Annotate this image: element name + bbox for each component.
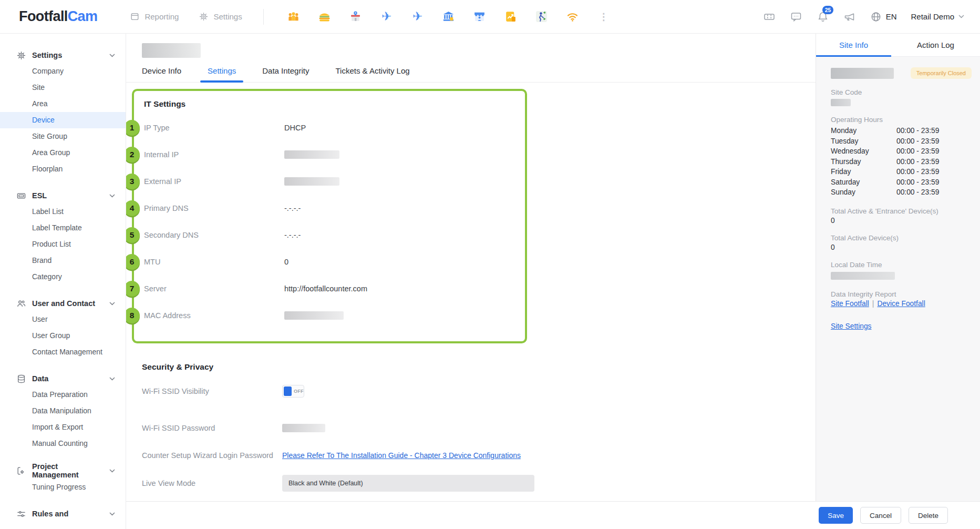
footfall-flow-icon[interactable] <box>535 10 549 24</box>
sidebar-item-label-list[interactable]: Label List <box>0 204 126 220</box>
hours-row: Wednesday00:00 - 23:59 <box>831 146 972 157</box>
sidebar-header-data[interactable]: Data <box>0 371 126 386</box>
step-marker-6: 6 <box>126 254 140 270</box>
chat-icon[interactable] <box>790 11 802 23</box>
airport-icon[interactable]: ✈ <box>380 10 394 24</box>
sidebar-item-manual-counting[interactable]: Manual Counting <box>0 435 126 452</box>
tab-settings[interactable]: Settings <box>208 66 236 82</box>
tab-site-info[interactable]: Site Info <box>816 34 891 56</box>
sidebar-header-user-contact[interactable]: User and Contact <box>0 296 126 311</box>
form-row-mtu: 6 MTU 0 <box>134 248 525 275</box>
form-row-external-ip: 3 External IP <box>134 168 525 195</box>
tab-data-integrity[interactable]: Data Integrity <box>262 66 309 82</box>
account-menu[interactable]: Retail Demo <box>911 12 964 21</box>
field-label: Counter Setup Wizard Login Password <box>142 451 282 460</box>
nav-reporting[interactable]: Reporting <box>130 12 179 22</box>
footfallcam-logo[interactable]: FootfallCam <box>19 8 97 25</box>
day-label: Monday <box>831 127 896 135</box>
announcement-megaphone-icon[interactable] <box>843 11 856 23</box>
delete-button[interactable]: Delete <box>909 507 948 524</box>
reporting-icon <box>130 12 140 22</box>
save-button[interactable]: Save <box>819 507 853 524</box>
sidebar-item-product-list[interactable]: Product List <box>0 236 126 252</box>
installation-guide-link[interactable]: Please Refer To The Installation Guide -… <box>282 451 521 460</box>
sidebar-item-company[interactable]: Company <box>0 63 126 79</box>
sidebar-item-category[interactable]: Category <box>0 269 126 285</box>
account-name: Retail Demo <box>911 12 954 21</box>
sidebar-item-area-group[interactable]: Area Group <box>0 145 126 161</box>
store-location-icon[interactable] <box>349 10 363 24</box>
field-value: 0 <box>284 258 288 266</box>
sidebar-item-user[interactable]: User <box>0 311 126 328</box>
form-row-secondary-dns: 5 Secondary DNS -.-.-.- <box>134 221 525 248</box>
sidebar-item-tuning-progress[interactable]: Tuning Progress <box>0 479 126 495</box>
sidebar-item-import-export[interactable]: Import & Export <box>0 419 126 435</box>
header-right-cluster: 25 EN Retail Demo <box>763 11 964 23</box>
device-footfall-link[interactable]: Device Footfall <box>877 300 925 308</box>
sidebar-item-label-template[interactable]: Label Template <box>0 220 126 236</box>
cancel-button[interactable]: Cancel <box>860 507 901 524</box>
field-value: -.-.-.- <box>284 204 301 212</box>
tab-action-log[interactable]: Action Log <box>891 34 980 56</box>
time-range: 00:00 - 23:59 <box>896 178 939 186</box>
report-chart-icon[interactable] <box>504 10 518 24</box>
site-name-redacted <box>831 68 894 79</box>
status-badge: Temporarily Closed <box>911 67 972 79</box>
hours-row: Monday00:00 - 23:59 <box>831 126 972 136</box>
tab-device-info[interactable]: Device Info <box>142 66 181 82</box>
airport-icon-2[interactable]: ✈ <box>411 10 425 24</box>
sidebar-section-label: Settings <box>32 51 104 59</box>
day-label: Wednesday <box>831 147 896 155</box>
sidebar-item-contact-management[interactable]: Contact Management <box>0 344 126 360</box>
chevron-down-icon <box>109 302 115 306</box>
more-options-icon[interactable]: ⋮ <box>597 10 611 24</box>
nav-settings[interactable]: Settings <box>199 12 242 22</box>
field-value: DHCP <box>284 124 306 132</box>
logo-text-footfall: Footfall <box>19 8 68 24</box>
sidebar-header-esl[interactable]: ESL <box>0 188 126 204</box>
ticket-icon[interactable] <box>763 11 776 23</box>
sidebar-item-data-preparation[interactable]: Data Preparation <box>0 386 126 403</box>
sidebar-item-data-manipulation[interactable]: Data Manipulation <box>0 403 126 419</box>
sidebar-header-settings[interactable]: Settings <box>0 47 126 63</box>
sidebar-item-device[interactable]: Device <box>0 112 126 128</box>
bank-icon[interactable] <box>442 10 456 24</box>
redacted-value <box>284 150 339 159</box>
language-selector[interactable]: EN <box>870 11 897 23</box>
day-label: Sunday <box>831 188 896 196</box>
field-label: Primary DNS <box>144 204 284 212</box>
day-label: Thursday <box>831 158 896 166</box>
main-content: Device Info Settings Data Integrity Tick… <box>126 34 816 501</box>
sidebar-header-rules[interactable]: Rules and <box>0 506 126 522</box>
site-footfall-link[interactable]: Site Footfall <box>831 300 869 308</box>
chevron-down-icon <box>109 194 115 198</box>
wifi-ssid-visibility-toggle[interactable]: OFF <box>282 385 304 398</box>
site-settings-row: Site Settings <box>831 321 972 331</box>
right-panel-tabs: Site Info Action Log <box>816 34 980 57</box>
sidebar-section-label: Project Management <box>32 462 104 479</box>
sidebar-item-brand[interactable]: Brand <box>0 252 126 269</box>
tab-tickets-activity-log[interactable]: Tickets & Activity Log <box>335 66 409 82</box>
sidebar-section-label: User and Contact <box>32 299 104 308</box>
notifications-bell-icon[interactable]: 25 <box>817 11 829 23</box>
sidebar-item-site[interactable]: Site <box>0 79 126 96</box>
site-settings-link[interactable]: Site Settings <box>831 322 871 330</box>
site-code-redacted <box>831 99 851 106</box>
food-beverage-icon[interactable] <box>318 10 332 24</box>
users-icon <box>16 298 26 309</box>
storefront-icon[interactable] <box>473 10 487 24</box>
people-counting-icon[interactable] <box>287 10 301 24</box>
sidebar-section-label: Data <box>32 374 104 383</box>
operating-hours-label: Operating Hours <box>831 116 972 124</box>
sidebar-header-project-management[interactable]: Project Management <box>0 462 126 479</box>
security-privacy-section: Security & Privacy Wi-Fi SSID Visibility… <box>126 362 816 501</box>
form-row-mac-address: 8 MAC Address <box>134 302 525 329</box>
wifi-icon[interactable] <box>566 10 580 24</box>
sidebar-item-site-group[interactable]: Site Group <box>0 128 126 145</box>
hours-row: Friday00:00 - 23:59 <box>831 167 972 177</box>
field-label: Wi-Fi SSID Password <box>142 424 282 432</box>
sidebar-item-area[interactable]: Area <box>0 96 126 112</box>
live-view-mode-select[interactable]: Black and White (Default) <box>282 475 534 492</box>
sidebar-item-user-group[interactable]: User Group <box>0 328 126 344</box>
sidebar-item-floorplan[interactable]: Floorplan <box>0 161 126 177</box>
